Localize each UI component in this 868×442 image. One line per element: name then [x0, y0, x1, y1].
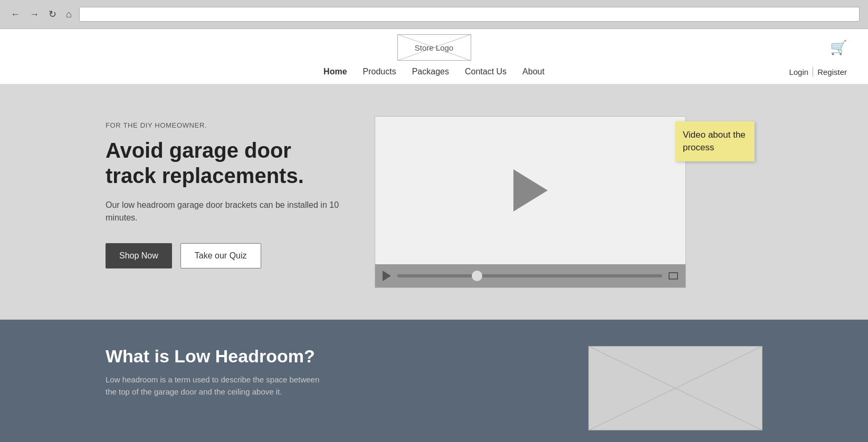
video-annotation: Video about the process	[675, 121, 755, 161]
hero-title: Avoid garage door track replacements.	[106, 138, 343, 188]
address-bar[interactable]	[79, 7, 860, 22]
nav-home[interactable]: Home	[323, 65, 347, 79]
ctrl-play-button[interactable]	[383, 271, 391, 281]
play-icon[interactable]	[513, 169, 548, 212]
video-controls	[375, 264, 685, 287]
progress-thumb[interactable]	[472, 271, 482, 281]
cart-icon[interactable]: 🛒	[830, 40, 847, 56]
site-header: Store Logo 🛒 Home Products Packages Cont…	[0, 29, 868, 84]
logo-text: Store Logo	[415, 43, 453, 52]
home-button[interactable]: ⌂	[64, 7, 74, 22]
lower-description: Low headroom is a term used to describe …	[106, 374, 327, 398]
lower-section: What is Low Headroom? Low headroom is a …	[0, 320, 868, 442]
login-link[interactable]: Login	[789, 68, 808, 76]
nav-row: Home Products Packages Contact Us About …	[21, 65, 847, 79]
fullscreen-button[interactable]	[669, 272, 678, 280]
hero-section: FOR THE DIY HOMEOWNER. Avoid garage door…	[0, 84, 868, 320]
nav-products[interactable]: Products	[363, 65, 396, 79]
video-screen[interactable]	[375, 117, 685, 264]
video-player	[375, 116, 686, 288]
hero-subtitle: FOR THE DIY HOMEOWNER.	[106, 121, 343, 129]
forward-button[interactable]: →	[27, 7, 41, 22]
lower-image	[588, 346, 762, 430]
reload-button[interactable]: ↻	[46, 6, 59, 22]
quiz-button[interactable]: Take our Quiz	[180, 243, 261, 268]
browser-chrome: ← → ↻ ⌂	[0, 0, 868, 29]
hero-buttons: Shop Now Take our Quiz	[106, 243, 343, 268]
nav-about[interactable]: About	[522, 65, 545, 79]
shop-now-button[interactable]: Shop Now	[106, 243, 172, 268]
lower-title: What is Low Headroom?	[106, 346, 327, 367]
progress-bar[interactable]	[397, 274, 662, 277]
auth-links: Login Register	[789, 67, 847, 76]
register-link[interactable]: Register	[817, 68, 847, 76]
header-top: Store Logo 🛒	[21, 34, 847, 61]
video-wrap: Video about the process	[375, 116, 686, 288]
store-logo[interactable]: Store Logo	[397, 34, 471, 61]
hero-description: Our low headroom garage door brackets ca…	[106, 199, 343, 224]
auth-divider	[813, 67, 813, 76]
nav-contact[interactable]: Contact Us	[465, 65, 507, 79]
back-button[interactable]: ←	[8, 7, 22, 22]
lower-content: What is Low Headroom? Low headroom is a …	[106, 346, 327, 398]
hero-content: FOR THE DIY HOMEOWNER. Avoid garage door…	[106, 116, 343, 268]
nav-packages[interactable]: Packages	[412, 65, 449, 79]
